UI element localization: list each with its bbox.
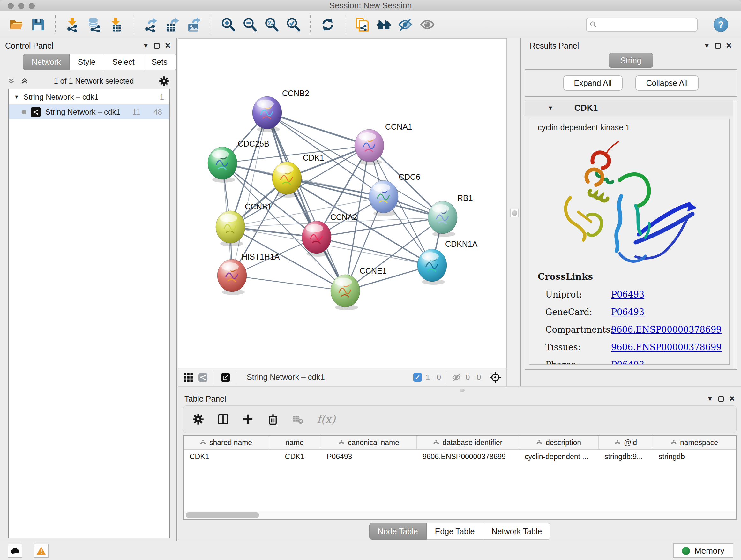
hide-selected-button[interactable] bbox=[398, 16, 414, 33]
tab-network[interactable]: Network bbox=[23, 54, 70, 70]
right-splitter-handle[interactable] bbox=[510, 209, 519, 217]
tab-sets[interactable]: Sets bbox=[143, 54, 176, 70]
export-table-button[interactable] bbox=[164, 16, 180, 33]
right-splitter[interactable] bbox=[507, 38, 521, 386]
zoom-in-button[interactable] bbox=[220, 16, 236, 33]
column-header-database-identifier[interactable]: database identifier bbox=[417, 436, 519, 449]
results-panel-menu-icon[interactable]: ▼ bbox=[704, 42, 710, 50]
network-node-HIST1H1A[interactable]: HIST1H1A bbox=[217, 252, 280, 295]
crosslink-link[interactable]: P06493 bbox=[611, 307, 644, 317]
selected-indicator-checkbox[interactable]: ✓ bbox=[413, 373, 422, 381]
gene-section-header[interactable]: ▼ CDK1 bbox=[525, 100, 737, 116]
copy-style-button[interactable] bbox=[354, 16, 370, 33]
results-scrollbar[interactable] bbox=[733, 100, 737, 369]
column-header-name[interactable]: name bbox=[268, 436, 321, 449]
column-header-canonical-name[interactable]: canonical name bbox=[321, 436, 417, 449]
open-in-window-icon[interactable] bbox=[221, 373, 230, 382]
network-node-CDKN1A[interactable]: CDKN1A bbox=[417, 240, 478, 285]
table-cell[interactable]: stringdb bbox=[653, 449, 736, 463]
network-canvas[interactable]: CCNB2CCNA1CDC25BCDK1CDC6RB1CCNB1CCNA2CDK… bbox=[178, 38, 507, 368]
add-column-icon[interactable] bbox=[242, 414, 254, 425]
refresh-button[interactable] bbox=[320, 16, 336, 33]
minimize-window-button[interactable] bbox=[18, 3, 24, 9]
gear-icon[interactable] bbox=[192, 414, 204, 425]
control-panel-float-icon[interactable] bbox=[154, 43, 159, 49]
crosslink-link[interactable]: P06493 bbox=[611, 360, 644, 365]
node-label-RB1: RB1 bbox=[457, 193, 473, 202]
gene-collapse-icon[interactable]: ▼ bbox=[548, 105, 553, 111]
table-row[interactable]: CDK1CDK1P064939606.ENSP00000378699cyclin… bbox=[184, 449, 736, 463]
network-node-RB1[interactable]: RB1 bbox=[428, 193, 473, 237]
column-header-shared-name[interactable]: shared name bbox=[184, 436, 268, 449]
crosslink-link[interactable]: P06493 bbox=[611, 290, 644, 300]
table-cell[interactable]: CDK1 bbox=[268, 449, 321, 463]
tab-style[interactable]: Style bbox=[70, 54, 105, 70]
table-panel-close-icon[interactable]: ✕ bbox=[729, 394, 735, 403]
network-node-CCNB2[interactable]: CCNB2 bbox=[253, 89, 309, 132]
network-edge-HIST1H1A-CCNE1[interactable] bbox=[232, 275, 345, 291]
scrollbar-thumb[interactable] bbox=[186, 512, 259, 518]
maximize-window-button[interactable] bbox=[29, 3, 35, 9]
network-node-CCNE1[interactable]: CCNE1 bbox=[331, 266, 387, 310]
hidden-eye-icon[interactable] bbox=[452, 373, 462, 382]
tab-node-table[interactable]: Node Table bbox=[369, 523, 427, 540]
table-cell[interactable]: CDK1 bbox=[184, 449, 268, 463]
show-all-button[interactable] bbox=[419, 16, 435, 33]
close-window-button[interactable] bbox=[8, 3, 14, 9]
column-header-namespace[interactable]: namespace bbox=[653, 436, 736, 449]
save-session-button[interactable] bbox=[30, 16, 46, 33]
table-cell[interactable]: P06493 bbox=[321, 449, 417, 463]
network-node-CCNB1[interactable]: CCNB1 bbox=[216, 202, 272, 246]
warning-button[interactable] bbox=[34, 544, 49, 558]
table-horizontal-scrollbar[interactable] bbox=[184, 511, 736, 519]
network-badge-icon[interactable] bbox=[198, 373, 208, 382]
import-network-button[interactable] bbox=[64, 16, 80, 33]
cloud-button[interactable] bbox=[8, 544, 22, 558]
show-columns-icon[interactable] bbox=[217, 414, 229, 425]
table-panel-float-icon[interactable] bbox=[718, 396, 724, 401]
crosslink-link[interactable]: 9606.ENSP00000378699 bbox=[611, 342, 722, 352]
collapse-all-button[interactable]: Collapse All bbox=[635, 75, 699, 91]
results-panel-close-icon[interactable]: ✕ bbox=[726, 41, 732, 50]
table-panel-splitter[interactable] bbox=[178, 386, 741, 393]
crosslink-link[interactable]: 9606.ENSP00000378699 bbox=[611, 325, 722, 334]
expand-all-button[interactable]: Expand All bbox=[563, 75, 623, 91]
export-network-button[interactable] bbox=[142, 16, 158, 33]
table-cell[interactable]: 9606.ENSP00000378699 bbox=[417, 449, 519, 463]
gear-icon[interactable] bbox=[159, 76, 169, 86]
delete-column-icon[interactable] bbox=[267, 414, 279, 425]
memory-button[interactable]: Memory bbox=[673, 543, 733, 558]
import-database-button[interactable] bbox=[86, 16, 102, 33]
network-tree-child-row[interactable]: String Network – cdk1 11 48 bbox=[9, 105, 169, 119]
network-edge-CCNB2-CCNA1[interactable] bbox=[267, 113, 369, 145]
tree-collapse-icon[interactable]: ▼ bbox=[14, 94, 19, 100]
first-neighbors-button[interactable] bbox=[376, 16, 392, 33]
table-cell[interactable]: stringdb:9... bbox=[599, 449, 653, 463]
zoom-selected-button[interactable] bbox=[285, 16, 301, 33]
expand-all-icon[interactable] bbox=[20, 77, 29, 85]
tab-select[interactable]: Select bbox=[104, 54, 143, 70]
grid-view-icon[interactable] bbox=[184, 373, 193, 382]
network-tree-root-row[interactable]: ▼ String Network – cdk1 1 bbox=[9, 89, 169, 105]
table-cell[interactable]: cyclin-dependent ... bbox=[519, 449, 599, 463]
table-panel-menu-icon[interactable]: ▼ bbox=[707, 395, 713, 402]
open-file-button[interactable] bbox=[8, 16, 24, 33]
zoom-out-button[interactable] bbox=[242, 16, 258, 33]
search-input[interactable] bbox=[599, 20, 694, 29]
help-button[interactable]: ? bbox=[714, 17, 728, 32]
control-panel-menu-icon[interactable]: ▼ bbox=[143, 42, 149, 50]
results-panel-float-icon[interactable] bbox=[715, 43, 721, 49]
zoom-fit-button[interactable] bbox=[264, 16, 280, 33]
network-edge-CCNB2-CCNE1[interactable] bbox=[267, 113, 345, 291]
crosshair-icon[interactable] bbox=[489, 371, 501, 383]
node-label-CCNB2: CCNB2 bbox=[282, 89, 309, 98]
tab-string[interactable]: String bbox=[609, 53, 653, 68]
control-panel-close-icon[interactable]: ✕ bbox=[165, 41, 171, 50]
export-image-button[interactable] bbox=[186, 16, 202, 33]
import-table-button[interactable] bbox=[108, 16, 124, 33]
collapse-all-icon[interactable] bbox=[7, 77, 15, 85]
column-header-id[interactable]: @id bbox=[599, 436, 653, 449]
tab-network-table[interactable]: Network Table bbox=[483, 523, 550, 540]
tab-edge-table[interactable]: Edge Table bbox=[427, 523, 483, 540]
column-header-description[interactable]: description bbox=[519, 436, 599, 449]
